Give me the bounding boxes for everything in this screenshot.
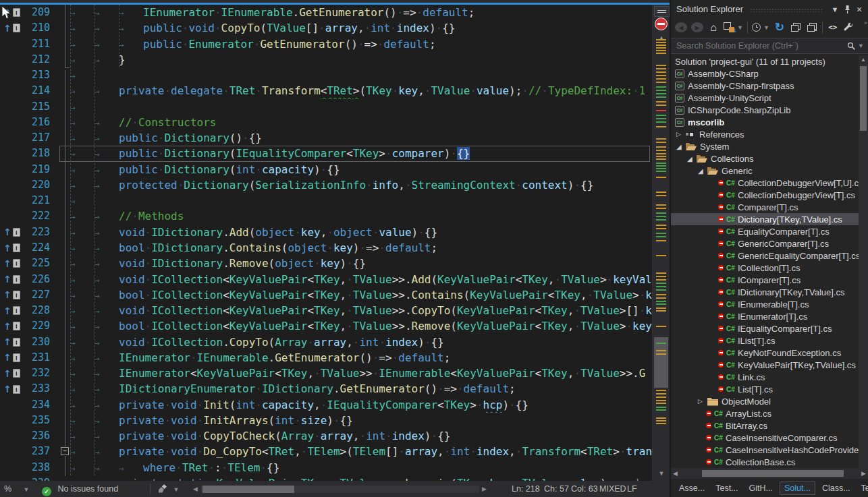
scroll-right-icon[interactable]: ▶ [861,470,866,477]
tree-item-iequalitycomparer-t-cs[interactable]: C#IEqualityComparer[T].cs [671,322,868,334]
outlining-margin[interactable] [54,303,70,318]
tree-item-bitarray-cs[interactable]: C#BitArray.cs [671,419,868,432]
tree-item-solution-project-gui-11-of-11-projects-[interactable]: Solution 'project-gui' (11 of 11 project… [671,55,868,67]
home-button[interactable]: ⌂ [707,21,720,34]
tab-solut[interactable]: Solut... [780,481,815,495]
editor-vertical-scrollbar[interactable]: ▲ ▼ [652,5,670,481]
implements-glyph[interactable]: ↑I [0,225,23,240]
code-text[interactable]: →→//·Constructors [70,115,652,130]
solution-tree[interactable]: Solution 'project-gui' (11 of 11 project… [671,55,868,468]
chevron-collapsed-icon[interactable]: ▷ [676,131,686,138]
code-line-239[interactable]: 239→→private·static·KeyValuePair<TKey,·T… [0,475,652,481]
tab-class[interactable]: Class... [818,482,855,494]
scrollbar-thumb[interactable] [702,470,844,477]
tree-item-idictionary-tkey-tvalue-cs[interactable]: C#IDictionary[TKey,TValue].cs [671,286,868,298]
code-text[interactable]: →→public·Dictionary()·{} [70,130,652,146]
forward-button[interactable]: ▶ [691,22,703,32]
status-mixed[interactable]: MIXED [599,481,626,497]
chevron-expanded-icon[interactable]: ◢ [676,143,686,150]
code-line-212[interactable]: 212→→} [0,52,652,67]
code-text[interactable]: →→//·Methods [70,208,652,224]
outlining-margin[interactable] [54,460,70,475]
outlining-margin[interactable] [54,350,70,366]
implements-glyph[interactable]: ↑I [0,20,23,36]
scroll-up-icon[interactable]: ▲ [859,57,868,63]
outlining-margin[interactable] [54,83,70,98]
code-line-209[interactable]: ↑I209→→→IEnumerator·IEnumerable.GetEnume… [0,5,652,20]
status-col[interactable]: Col: 63 [571,481,598,497]
close-button[interactable]: × [853,3,865,16]
code-text[interactable]: →→void·IDictionary.Add(object·key,·objec… [70,225,652,240]
tree-item-collections[interactable]: ◢Collections [671,152,868,165]
outlining-margin[interactable] [54,318,70,334]
tree-item-collectionbase-cs[interactable]: C#CollectionBase.cs [671,456,868,468]
chevron-expanded-icon[interactable]: ◢ [698,167,707,175]
code-line-226[interactable]: ↑I226→→void·ICollection<KeyValuePair<TKe… [0,272,652,287]
code-text[interactable]: →→void·ICollection<KeyValuePair<TKey,·TV… [70,303,652,318]
outlining-margin[interactable] [54,67,70,83]
outlining-margin[interactable] [54,287,70,303]
tree-item-references[interactable]: ▷References [671,128,868,140]
outlining-margin[interactable] [54,177,70,193]
pin-button[interactable] [841,3,853,16]
back-button[interactable]: ◀ [675,22,687,32]
tree-item-keynotfoundexception-cs[interactable]: C#KeyNotFoundException.cs [671,347,868,359]
implements-glyph[interactable]: ↑I [0,381,23,397]
tree-item-keyvaluepair-tkey-tvalue-cs[interactable]: C#KeyValuePair[TKey,TValue].cs [671,359,868,371]
code-line-232[interactable]: ↑I232→→IEnumerator<KeyValuePair<TKey,·TV… [0,366,652,381]
tree-item-list-t-cs[interactable]: C#List[T].cs [671,383,868,395]
properties-button[interactable] [843,21,855,34]
tree-item-icollection-t-cs[interactable]: C#ICollection[T].cs [671,262,868,274]
tree-item-icsharpcode-sharpziplib[interactable]: C#ICSharpCode.SharpZipLib [671,104,868,116]
outlining-margin[interactable] [54,397,70,413]
tree-item-assembly-csharp-firstpass[interactable]: C#Assembly-CSharp-firstpass [671,80,868,92]
tab-gith[interactable]: GitH... [745,482,777,494]
code-line-227[interactable]: ↑I227→→bool·ICollection<KeyValuePair<TKe… [0,287,652,303]
code-line-237[interactable]: 237→→private·void·Do_CopyTo<TRet,·TElem>… [0,444,652,459]
code-line-210[interactable]: ↑I210→→→public·void·CopyTo(TValue[]·arra… [0,20,652,36]
tree-item-arraylist-cs[interactable]: C#ArrayList.cs [671,407,868,419]
implements-glyph[interactable]: ↑I [0,334,23,350]
scroll-right-icon[interactable]: ▶ [482,481,487,497]
code-line-225[interactable]: ↑I225→→void·IDictionary.Remove(object·ke… [0,256,652,271]
scrollbar-thumb[interactable] [202,486,294,493]
scroll-left-icon[interactable]: ◀ [673,470,678,477]
code-lines[interactable]: ↑I209→→→IEnumerator·IEnumerable.GetEnume… [0,5,652,481]
code-text[interactable]: →→void·ICollection<KeyValuePair<TKey,·TV… [70,272,652,287]
sync-with-active-document-button[interactable]: ⇅ ▼ [724,21,743,34]
code-text[interactable]: →→protected·Dictionary(SerializationInfo… [70,177,652,193]
chevron-collapsed-icon[interactable]: ▷ [698,398,707,405]
tree-item-comparer-t-cs[interactable]: C#Comparer[T].cs [671,201,868,213]
search-box[interactable]: ▼ [671,38,868,54]
refresh-button[interactable]: ↻ [774,21,786,34]
tree-item-link-cs[interactable]: C#Link.cs [671,371,868,383]
tab-asse[interactable]: Asse... [675,482,709,494]
code-line-214[interactable]: 214→→private·delegate·TRet·Transform<TRe… [0,83,652,98]
scrollbar-thumb[interactable] [860,66,867,131]
scroll-left-icon[interactable]: ◀ [193,481,198,497]
solution-explorer-titlebar[interactable]: Solution Explorer ▼ × [671,0,868,18]
code-text[interactable]: →→private·static·KeyValuePair<TKey,·TVal… [70,475,652,481]
outlining-margin[interactable] [54,20,70,36]
tree-item-assembly-unityscript[interactable]: C#Assembly-UnityScript [671,92,868,104]
outlining-margin[interactable] [54,256,70,271]
code-text[interactable]: →→bool·ICollection<KeyValuePair<TKey,·TV… [70,287,652,303]
collapse-all-button[interactable] [790,21,802,34]
code-text[interactable]: →→private·void·Do_CopyTo<TRet,·TElem>(TE… [70,444,652,459]
implements-glyph[interactable]: ↑I [0,272,23,287]
code-text[interactable]: →→→public·void·CopyTo(TValue[]·array,·in… [70,20,652,36]
status-ch[interactable]: Ch: 57 [544,481,569,497]
tree-item-generic[interactable]: ◢Generic [671,165,868,177]
code-line-220[interactable]: 220→→protected·Dictionary(SerializationI… [0,177,652,193]
code-text[interactable]: →→void·ICollection.CopyTo(Array·array,·i… [70,334,652,350]
code-text[interactable]: →→public·Dictionary(IEqualityComparer<TK… [70,146,652,161]
outlining-margin[interactable] [54,381,70,397]
tab-test[interactable]: Test... [711,482,742,494]
outlining-margin[interactable] [54,115,70,130]
code-line-222[interactable]: 222→→//·Methods [0,208,652,224]
tree-item-genericequalitycomparer-t-cs[interactable]: C#GenericEqualityComparer[T].cs [671,250,868,262]
tree-item-assembly-csharp[interactable]: C#Assembly-CSharp [671,67,868,80]
code-text[interactable]: →→IDictionaryEnumerator·IDictionary.GetE… [70,381,652,397]
code-text[interactable]: →→→public·Enumerator·GetEnumerator()·=>·… [70,36,652,52]
code-text[interactable]: → [70,193,652,208]
